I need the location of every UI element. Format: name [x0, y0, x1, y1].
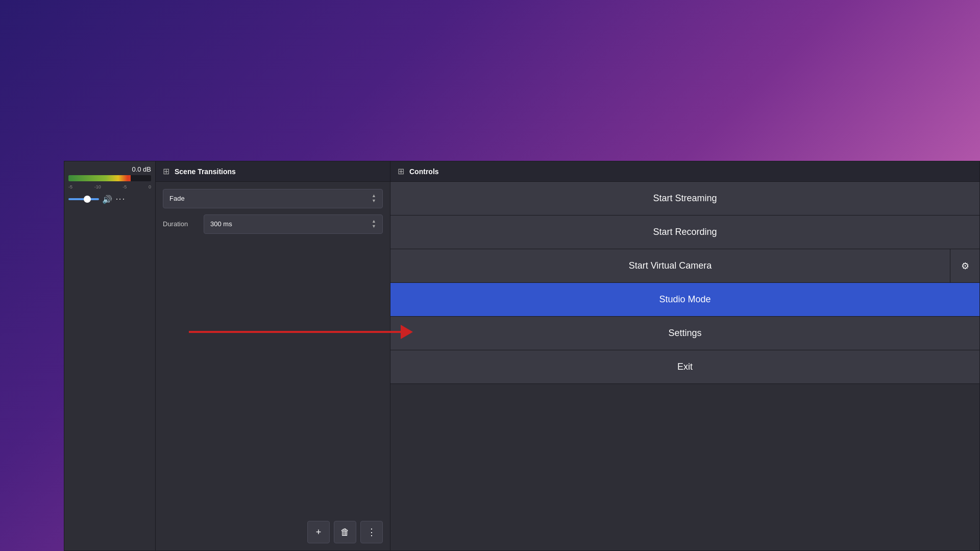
- scene-transitions-icon: ⊞: [163, 166, 169, 176]
- duration-row: Duration 300 ms ▲ ▼: [163, 214, 383, 234]
- duration-value: 300 ms: [210, 220, 232, 228]
- controls-title: Controls: [409, 167, 439, 176]
- transition-action-buttons: + 🗑 ⋮: [163, 521, 383, 543]
- volume-thumb: [84, 196, 91, 203]
- duration-arrows: ▲ ▼: [372, 219, 376, 229]
- volume-slider[interactable]: [68, 198, 99, 200]
- start-streaming-button[interactable]: Start Streaming: [390, 182, 979, 215]
- transition-dropdown-arrows: ▲ ▼: [372, 194, 376, 204]
- scene-transitions-header: ⊞ Scene Transitions: [156, 161, 390, 182]
- more-transition-button[interactable]: ⋮: [360, 521, 383, 543]
- audio-meter-fill: [68, 175, 131, 181]
- controls-panel: ⊞ Controls Start Streaming Start Recordi…: [390, 161, 980, 551]
- scene-transitions-content: Fade ▲ ▼ Duration 300 ms ▲ ▼ +: [156, 182, 390, 550]
- transition-type-dropdown[interactable]: Fade ▲ ▼: [163, 189, 383, 208]
- controls-header: ⊞ Controls: [390, 161, 979, 182]
- scene-transitions-title: Scene Transitions: [175, 167, 236, 176]
- audio-meter-labels: -5 -10 -5 0: [68, 184, 151, 189]
- start-virtual-camera-button[interactable]: Start Virtual Camera: [390, 249, 950, 282]
- duration-input[interactable]: 300 ms ▲ ▼: [204, 214, 383, 234]
- gear-icon: ⚙: [961, 260, 969, 272]
- virtual-camera-row: Start Virtual Camera ⚙: [390, 249, 979, 283]
- audio-meter: [68, 175, 151, 181]
- virtual-camera-settings-button[interactable]: ⚙: [950, 249, 979, 282]
- scene-transitions-panel: ⊞ Scene Transitions Fade ▲ ▼ Duration 30…: [156, 161, 390, 551]
- delete-transition-button[interactable]: 🗑: [334, 521, 356, 543]
- more-icon: ⋮: [367, 526, 376, 538]
- speaker-icon: 🔊: [102, 195, 112, 204]
- start-recording-button[interactable]: Start Recording: [390, 215, 979, 249]
- studio-mode-button[interactable]: Studio Mode: [390, 283, 979, 317]
- controls-icon: ⊞: [398, 166, 404, 176]
- audio-controls: 🔊 ⋮: [68, 194, 151, 205]
- exit-button[interactable]: Exit: [390, 350, 979, 384]
- audio-db-label: 0.0 dB: [68, 165, 151, 173]
- settings-button[interactable]: Settings: [390, 317, 979, 350]
- transition-type-value: Fade: [169, 195, 185, 202]
- duration-label: Duration: [163, 220, 199, 228]
- audio-panel: 0.0 dB -5 -10 -5 0 🔊 ⋮: [64, 161, 156, 551]
- audio-more-button[interactable]: ⋮: [115, 195, 126, 204]
- delete-icon: 🗑: [340, 527, 350, 538]
- add-transition-button[interactable]: +: [307, 521, 330, 543]
